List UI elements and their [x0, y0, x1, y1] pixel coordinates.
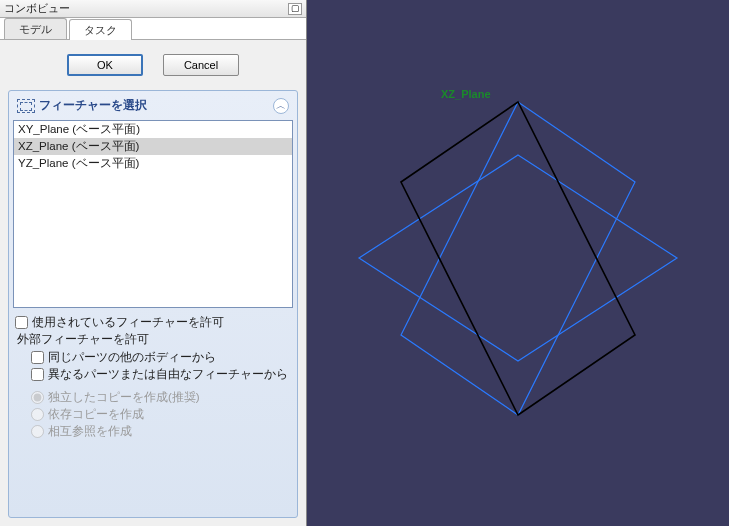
selected-plane-label: XZ_Plane: [441, 88, 491, 100]
viewport-3d[interactable]: XZ_Plane: [307, 0, 729, 526]
tab-model[interactable]: モデル: [4, 18, 67, 39]
same-part-label: 同じパーツの他のボディーから: [48, 350, 216, 365]
combo-view-panel: コンボビュー ▢ モデル タスク OK Cancel フィーチャーを選択 ︿ X…: [0, 0, 307, 526]
tab-bar: モデル タスク: [0, 18, 306, 40]
radio-independent-label: 独立したコピーを作成(推奨): [48, 390, 200, 405]
task-panel: フィーチャーを選択 ︿ XY_Plane (ベース平面)XZ_Plane (ベー…: [8, 90, 298, 518]
select-feature-icon: [17, 99, 35, 113]
allow-used-label: 使用されているフィーチャーを許可: [32, 315, 224, 330]
xy-plane-outline: [359, 155, 677, 361]
plane-list-item[interactable]: XY_Plane (ベース平面): [14, 121, 292, 138]
plane-list-item[interactable]: YZ_Plane (ベース平面): [14, 155, 292, 172]
radio-dependent-row: 依存コピーを作成: [15, 406, 291, 423]
same-part-checkbox[interactable]: [31, 351, 44, 364]
plane-listbox[interactable]: XY_Plane (ベース平面)XZ_Plane (ベース平面)YZ_Plane…: [13, 120, 293, 308]
collapse-button[interactable]: ︿: [273, 98, 289, 114]
options-group: 使用されているフィーチャーを許可 外部フィーチャーを許可 同じパーツの他のボディ…: [13, 308, 293, 440]
diff-part-label: 異なるパーツまたは自由なフィーチャーから: [48, 367, 288, 382]
yz-plane-outline: [401, 102, 635, 415]
radio-crossref: [31, 425, 44, 438]
external-features-label: 外部フィーチャーを許可: [15, 331, 291, 349]
plane-wireframe: [307, 0, 729, 526]
radio-independent-row: 独立したコピーを作成(推奨): [15, 389, 291, 406]
plane-list-item[interactable]: XZ_Plane (ベース平面): [14, 138, 292, 155]
panel-header: コンボビュー ▢: [0, 0, 306, 18]
task-title: フィーチャーを選択: [39, 97, 273, 114]
panel-title: コンボビュー: [4, 1, 288, 16]
radio-dependent: [31, 408, 44, 421]
xz-plane-outline-selected: [401, 102, 635, 415]
undock-icon[interactable]: ▢: [288, 3, 302, 15]
radio-dependent-label: 依存コピーを作成: [48, 407, 144, 422]
allow-used-row[interactable]: 使用されているフィーチャーを許可: [15, 314, 291, 331]
diff-part-checkbox[interactable]: [31, 368, 44, 381]
radio-crossref-row: 相互参照を作成: [15, 423, 291, 440]
tab-task[interactable]: タスク: [69, 19, 132, 40]
ok-button[interactable]: OK: [67, 54, 143, 76]
radio-crossref-label: 相互参照を作成: [48, 424, 132, 439]
diff-part-row[interactable]: 異なるパーツまたは自由なフィーチャーから: [15, 366, 291, 383]
radio-independent: [31, 391, 44, 404]
allow-used-checkbox[interactable]: [15, 316, 28, 329]
task-header: フィーチャーを選択 ︿: [13, 95, 293, 120]
same-part-row[interactable]: 同じパーツの他のボディーから: [15, 349, 291, 366]
cancel-button[interactable]: Cancel: [163, 54, 239, 76]
dialog-buttons: OK Cancel: [0, 40, 306, 86]
